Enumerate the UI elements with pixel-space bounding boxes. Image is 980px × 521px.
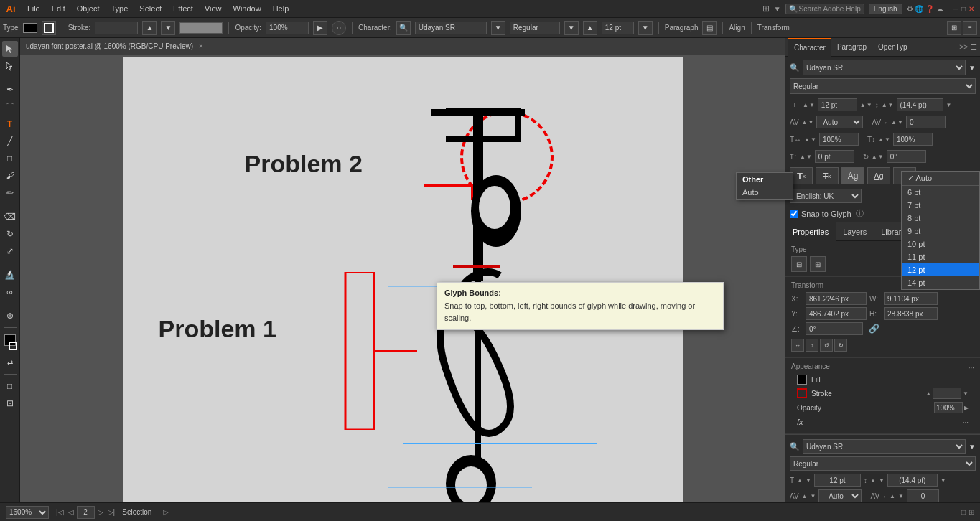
fs-11pt[interactable]: 11 pt xyxy=(902,250,979,263)
pencil-tool[interactable]: ✏ xyxy=(2,185,18,201)
fs-8pt[interactable]: 8 pt xyxy=(902,212,979,225)
font-family-select[interactable]: Udayan SR xyxy=(803,60,966,75)
fs-6pt[interactable]: 6 pt xyxy=(902,186,979,199)
rotate-input[interactable] xyxy=(887,150,926,163)
stroke-input[interactable] xyxy=(95,22,138,34)
stroke-val-up[interactable]: ▲ xyxy=(925,390,931,397)
rotate-tool[interactable]: ↻ xyxy=(2,226,18,242)
perspective-grid[interactable]: ⊡ xyxy=(2,395,18,411)
tab-layers[interactable]: Layers xyxy=(836,222,874,241)
font-dropdown[interactable]: ▼ xyxy=(491,21,505,35)
menu-select[interactable]: Select xyxy=(134,0,167,18)
options-more[interactable]: ≡ xyxy=(963,21,977,35)
change-screen-mode[interactable]: □ xyxy=(2,378,18,394)
rotate-90cw-icon[interactable]: ↻ xyxy=(834,339,847,352)
fs-7pt[interactable]: 7 pt xyxy=(902,199,979,212)
scale-tool[interactable]: ⤢ xyxy=(2,243,18,259)
scaleh-dn[interactable]: ▼ xyxy=(811,136,816,143)
stroke-arrow-dn[interactable]: ▼ xyxy=(161,21,175,35)
fp2-track-up[interactable]: ▲ xyxy=(890,493,895,499)
fp2-track-input[interactable] xyxy=(907,489,939,502)
opacity-input2[interactable] xyxy=(934,402,963,413)
props-type-icon1[interactable]: ⊟ xyxy=(791,256,807,272)
fp2-kern-up[interactable]: ▲ xyxy=(802,493,808,499)
fill-swatch[interactable] xyxy=(23,23,37,33)
auto-item[interactable]: Auto xyxy=(737,186,793,199)
fp2-style-select[interactable]: Regular xyxy=(790,456,976,471)
track-up[interactable]: ▲ xyxy=(891,119,897,126)
kern-dn[interactable]: ▼ xyxy=(808,119,814,126)
fp2-font-arrow[interactable]: ▼ xyxy=(969,443,976,451)
angle-input[interactable] xyxy=(806,322,863,335)
type-btn-4[interactable]: Ag xyxy=(867,167,890,184)
swap-colors[interactable]: ⇄ xyxy=(2,355,18,370)
tab-properties[interactable]: Properties xyxy=(785,222,836,241)
selection-tool[interactable] xyxy=(2,41,18,57)
w-input[interactable] xyxy=(884,292,938,305)
fp2-size-input[interactable] xyxy=(814,474,861,487)
language-select[interactable]: English: UK xyxy=(790,189,862,203)
link-icon[interactable]: 🔗 xyxy=(869,324,879,334)
char-tab-opentype[interactable]: OpenTyp xyxy=(872,38,913,57)
next-artboard-btn[interactable]: ▷ xyxy=(96,508,105,516)
fp2-kern-dn[interactable]: ▼ xyxy=(811,493,816,499)
line-tool[interactable]: ╱ xyxy=(2,133,18,149)
stroke-icon-btn[interactable] xyxy=(42,21,56,35)
fs-10pt[interactable]: 10 pt xyxy=(902,238,979,250)
font-size-dn[interactable]: ▼ xyxy=(638,21,653,35)
kerning-select[interactable]: Auto xyxy=(816,116,863,128)
menu-file[interactable]: File xyxy=(22,0,46,18)
fs-9pt[interactable]: 9 pt xyxy=(902,225,979,238)
char-tab-character[interactable]: Character xyxy=(788,38,831,57)
font-size-up[interactable]: ▲ xyxy=(583,21,597,35)
mode-icon[interactable]: ○ xyxy=(332,21,346,35)
font-size-input2[interactable] xyxy=(818,98,857,111)
prev-artboard-btn[interactable]: ◁ xyxy=(67,508,75,516)
panel-menu-icon[interactable]: ☰ xyxy=(971,43,977,51)
menu-view[interactable]: View xyxy=(199,0,228,18)
stroke-arrow-up[interactable]: ▲ xyxy=(142,21,157,35)
font-dropdown-arrow[interactable]: ▼ xyxy=(969,64,976,72)
font-style-select2[interactable]: Regular xyxy=(790,78,976,94)
flip-h-icon[interactable]: ↔ xyxy=(791,339,804,352)
fp2-size-dn[interactable]: ▼ xyxy=(806,477,811,484)
fp2-search-icon[interactable]: 🔍 xyxy=(790,442,800,451)
font-size-input[interactable] xyxy=(602,22,634,34)
scale-h-input[interactable] xyxy=(819,133,859,146)
size-dn-arrow[interactable]: ▼ xyxy=(809,102,815,108)
leading-input[interactable] xyxy=(897,98,943,111)
fill-swatch2[interactable] xyxy=(797,375,807,385)
menu-help[interactable]: Help xyxy=(267,0,295,18)
zoom-tool[interactable]: ⊕ xyxy=(2,308,18,324)
curvature-tool[interactable]: ⌒ xyxy=(2,99,18,115)
snap-checkbox[interactable] xyxy=(790,210,798,218)
lead-dn[interactable]: ▼ xyxy=(888,102,894,108)
size-up-arrow[interactable]: ▲ xyxy=(803,102,808,108)
blend-tool[interactable]: ∞ xyxy=(2,284,18,300)
document-close[interactable]: × xyxy=(199,42,203,50)
size-adj-dn[interactable]: ▼ xyxy=(867,102,872,108)
tracking-input[interactable] xyxy=(906,116,946,128)
fp2-lead-dropdown[interactable]: ▼ xyxy=(941,477,946,484)
stroke-val-dn[interactable]: ▼ xyxy=(963,390,969,397)
props-type-icon2[interactable]: ⊞ xyxy=(810,256,826,272)
fs-14pt[interactable]: 14 pt xyxy=(902,276,979,289)
fx-more[interactable]: ··· xyxy=(963,418,969,426)
other-item[interactable]: Other xyxy=(737,173,793,186)
stroke-width-input[interactable] xyxy=(933,388,961,399)
fp2-font-select[interactable]: Udayan SR xyxy=(803,439,966,454)
appearance-more[interactable]: ··· xyxy=(969,364,974,372)
last-artboard-btn[interactable]: ▷| xyxy=(106,508,117,516)
fp2-lead-dn[interactable]: ▼ xyxy=(879,477,885,484)
lead-up[interactable]: ▲ xyxy=(882,102,887,108)
fp2-lead-up[interactable]: ▲ xyxy=(870,477,876,484)
snap-info-icon[interactable]: ⓘ xyxy=(856,208,864,219)
flip-v-icon[interactable]: ↕ xyxy=(806,339,818,352)
pen-tool[interactable]: ✒ xyxy=(2,82,18,98)
y-input[interactable] xyxy=(806,307,867,320)
type-btn-3[interactable]: Ag xyxy=(841,167,864,184)
kern-up[interactable]: ▲ xyxy=(802,119,808,126)
menu-edit[interactable]: Edit xyxy=(46,0,71,18)
scalev-dn[interactable]: ▼ xyxy=(885,136,890,143)
panel-expand-icon[interactable]: >> xyxy=(959,43,968,51)
